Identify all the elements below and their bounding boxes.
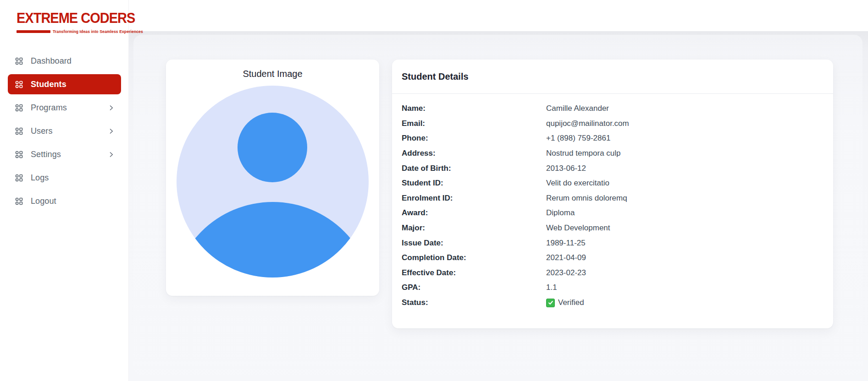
detail-row: Effective Date: 2023-02-23 [402, 266, 819, 281]
student-details-card: Student Details Name: Camille Alexander … [392, 60, 833, 328]
detail-value: 2021-04-09 [546, 253, 586, 262]
detail-label: Award: [402, 208, 546, 218]
sidebar: EXTREME CODERS Transforming Ideas into S… [0, 0, 129, 381]
detail-label: Status: [402, 298, 546, 307]
detail-label: Email: [402, 119, 546, 128]
sidebar-item-label: Students [31, 80, 114, 89]
detail-value: 2023-02-23 [546, 268, 586, 278]
detail-value-text: Verified [558, 298, 584, 307]
detail-row: Completion Date: 2021-04-09 [402, 250, 819, 266]
detail-value: Verified [546, 298, 584, 307]
detail-label: GPA: [402, 283, 546, 292]
grid-icon [15, 197, 23, 205]
detail-label: Phone: [402, 134, 546, 143]
detail-value: 1989-11-25 [546, 239, 586, 248]
grid-icon [15, 80, 23, 88]
detail-row: Enrolment ID: Rerum omnis doloremq [402, 191, 819, 206]
sidebar-item-programs[interactable]: Programs [8, 98, 121, 118]
grid-icon [15, 174, 23, 182]
detail-value: 2013-06-12 [546, 164, 586, 173]
detail-row: Phone: +1 (898) 759-2861 [402, 131, 819, 146]
detail-label: Major: [402, 223, 546, 233]
sidebar-item-label: Logs [31, 173, 114, 183]
detail-label: Completion Date: [402, 253, 546, 262]
detail-row: Issue Date: 1989-11-25 [402, 235, 819, 250]
sidebar-item-label: Settings [31, 150, 108, 159]
detail-label: Date of Birth: [402, 164, 546, 173]
brand-tagline-row: Transforming Ideas into Seamless Experie… [17, 29, 114, 34]
details-list: Name: Camille Alexander Email: qupijoc@m… [392, 94, 833, 310]
detail-row: Email: qupijoc@mailinator.com [402, 116, 819, 131]
detail-label: Student ID: [402, 179, 546, 188]
verified-check-icon [546, 299, 555, 307]
detail-value-text: 2021-04-09 [546, 253, 586, 262]
detail-label: Issue Date: [402, 239, 546, 248]
student-details-title: Student Details [402, 71, 469, 82]
brand-name: EXTREME CODERS [17, 10, 114, 27]
avatar-body-shape [177, 202, 369, 278]
detail-row: Student ID: Velit do exercitatio [402, 176, 819, 191]
sidebar-item-settings[interactable]: Settings [8, 144, 121, 164]
detail-row: Address: Nostrud tempora culp [402, 146, 819, 161]
detail-value-text: 2013-06-12 [546, 164, 586, 173]
detail-value-text: Diploma [546, 208, 575, 218]
detail-label: Effective Date: [402, 268, 546, 278]
detail-value: Camille Alexander [546, 104, 609, 113]
detail-value-text: Velit do exercitatio [546, 179, 609, 188]
student-image-card: Student Image [166, 60, 379, 296]
detail-label: Address: [402, 149, 546, 158]
grid-icon [15, 150, 23, 158]
detail-value-text: Nostrud tempora culp [546, 149, 621, 158]
chevron-right-icon [108, 152, 114, 158]
detail-value: 1.1 [546, 283, 557, 292]
brand-logo[interactable]: EXTREME CODERS Transforming Ideas into S… [17, 10, 114, 34]
detail-value-text: 1.1 [546, 283, 557, 292]
student-avatar [177, 86, 369, 278]
sidebar-item-students[interactable]: Students [8, 74, 121, 94]
detail-value: Nostrud tempora culp [546, 149, 621, 158]
sidebar-item-label: Dashboard [31, 56, 114, 66]
logo-underline-bar [17, 30, 50, 33]
detail-value-text: Web Development [546, 223, 610, 233]
detail-value-text: 1989-11-25 [546, 239, 586, 248]
sidebar-item-label: Users [31, 126, 108, 136]
detail-row: Status: Verified [402, 295, 819, 310]
sidebar-item-label: Programs [31, 103, 108, 113]
sidebar-item-dashboard[interactable]: Dashboard [8, 51, 121, 71]
detail-value-text: Camille Alexander [546, 104, 609, 113]
sidebar-item-logout[interactable]: Logout [8, 191, 121, 211]
sidebar-nav: Dashboard Students Programs [8, 51, 121, 214]
detail-row: GPA: 1.1 [402, 280, 819, 295]
detail-value: Diploma [546, 208, 575, 218]
grid-icon [15, 57, 23, 65]
chevron-right-icon [108, 105, 114, 111]
detail-row: Date of Birth: 2013-06-12 [402, 161, 819, 176]
student-image-title: Student Image [166, 69, 379, 79]
sidebar-item-users[interactable]: Users [8, 121, 121, 141]
detail-value-text: 2023-02-23 [546, 268, 586, 278]
topbar [129, 0, 868, 31]
detail-label: Name: [402, 104, 546, 113]
student-details-header: Student Details [392, 60, 833, 94]
avatar-head-shape [238, 113, 307, 182]
detail-value: Rerum omnis doloremq [546, 194, 627, 203]
detail-label: Enrolment ID: [402, 194, 546, 203]
grid-icon [15, 103, 23, 112]
sidebar-item-logs[interactable]: Logs [8, 168, 121, 188]
app-root: EXTREME CODERS Transforming Ideas into S… [0, 0, 868, 381]
detail-row: Major: Web Development [402, 221, 819, 236]
detail-value: Velit do exercitatio [546, 179, 609, 188]
main-content: Student Image Student Details Name: Cami… [129, 31, 868, 381]
detail-value: Web Development [546, 223, 610, 233]
brand-tagline: Transforming Ideas into Seamless Experie… [53, 29, 143, 34]
detail-value-text: +1 (898) 759-2861 [546, 134, 610, 143]
detail-value-text: qupijoc@mailinator.com [546, 119, 629, 128]
detail-value: +1 (898) 759-2861 [546, 134, 610, 143]
detail-value: qupijoc@mailinator.com [546, 119, 629, 128]
chevron-right-icon [108, 128, 114, 134]
grid-icon [15, 127, 23, 135]
detail-row: Award: Diploma [402, 206, 819, 221]
sidebar-item-label: Logout [31, 196, 114, 206]
detail-value-text: Rerum omnis doloremq [546, 194, 627, 203]
detail-row: Name: Camille Alexander [402, 101, 819, 116]
